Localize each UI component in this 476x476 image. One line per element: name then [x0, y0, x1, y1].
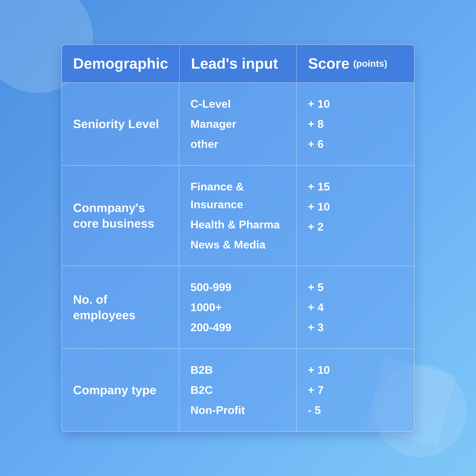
score-company-type-0: + 10 — [308, 361, 330, 379]
score-business: + 15 + 10 + 2 — [297, 166, 414, 266]
input-employees: 500-999 1000+ 200-499 — [179, 266, 297, 348]
input-business: Finance & Insurance Health & Pharma News… — [179, 166, 297, 266]
table-row: No. of employees 500-999 1000+ 200-499 +… — [62, 266, 414, 349]
header-leads-input: Lead's input — [180, 45, 297, 82]
header-score: Score (points) — [297, 45, 414, 82]
header-score-sub-label: (points) — [353, 58, 387, 69]
input-employees-2: 200-499 — [190, 319, 231, 336]
table-body: Seniority Level C-Level Manager other + … — [62, 83, 414, 431]
score-employees-2: + 3 — [308, 319, 324, 336]
input-seniority: C-Level Manager other — [179, 83, 297, 165]
header-leads-input-label: Lead's input — [191, 55, 278, 72]
score-business-0: + 15 — [308, 178, 330, 196]
demographic-employees-label: No. of employees — [73, 292, 168, 323]
input-seniority-2: other — [190, 135, 218, 153]
input-company-type-0: B2B — [190, 361, 213, 379]
demographic-company-type: Company type — [62, 349, 179, 431]
input-business-1: Health & Pharma — [190, 216, 280, 234]
score-seniority-1: + 8 — [308, 115, 324, 133]
header-demographic-label: Demographic — [73, 55, 168, 72]
score-seniority: + 10 + 8 + 6 — [297, 83, 414, 165]
score-company-type-2: - 5 — [308, 401, 321, 419]
input-employees-1: 1000+ — [190, 298, 222, 316]
input-business-0: Finance & Insurance — [190, 178, 285, 213]
scoring-table: Demographic Lead's input Score (points) … — [61, 44, 415, 432]
header-demographic: Demographic — [62, 45, 180, 82]
score-seniority-2: + 6 — [308, 135, 324, 153]
header-score-main-label: Score — [308, 55, 349, 72]
demographic-employees: No. of employees — [62, 266, 179, 348]
input-employees-0: 500-999 — [190, 278, 231, 296]
demographic-seniority: Seniority Level — [62, 83, 179, 165]
input-business-2: News & Media — [190, 236, 265, 254]
demographic-business: Conmpany's core business — [62, 166, 179, 266]
score-business-2: + 2 — [308, 218, 324, 236]
score-employees-1: + 4 — [308, 298, 324, 316]
demographic-seniority-label: Seniority Level — [73, 116, 159, 132]
score-employees-0: + 5 — [308, 278, 324, 296]
input-seniority-1: Manager — [190, 115, 236, 133]
table-row: Seniority Level C-Level Manager other + … — [62, 83, 414, 166]
score-business-1: + 10 — [308, 198, 330, 216]
demographic-company-type-label: Company type — [73, 382, 156, 398]
score-seniority-0: + 10 — [308, 95, 330, 113]
table-row: Company type B2B B2C Non-Profit + 10 + 7… — [62, 349, 414, 431]
table-row: Conmpany's core business Finance & Insur… — [62, 166, 414, 266]
input-company-type: B2B B2C Non-Profit — [179, 349, 297, 431]
input-seniority-0: C-Level — [190, 95, 231, 113]
input-company-type-1: B2C — [190, 381, 213, 399]
score-employees: + 5 + 4 + 3 — [297, 266, 414, 348]
input-company-type-2: Non-Profit — [190, 401, 245, 419]
score-company-type-1: + 7 — [308, 381, 324, 399]
table-header: Demographic Lead's input Score (points) — [62, 45, 414, 83]
score-company-type: + 10 + 7 - 5 — [297, 349, 414, 431]
demographic-business-label: Conmpany's core business — [73, 200, 168, 232]
